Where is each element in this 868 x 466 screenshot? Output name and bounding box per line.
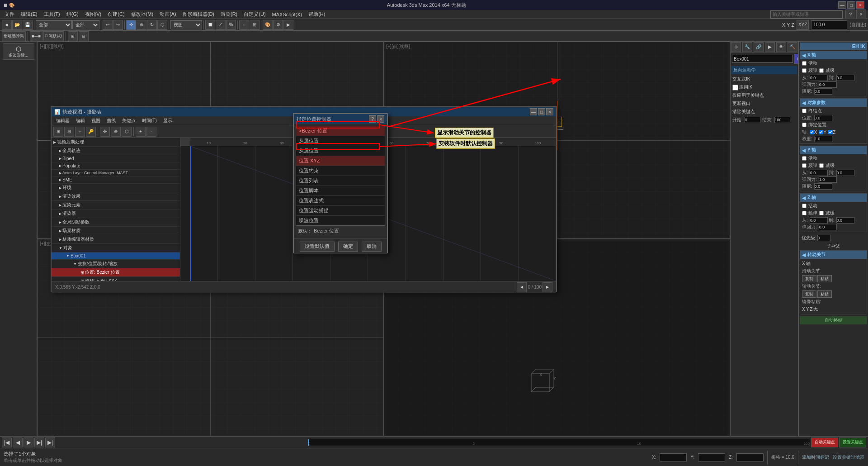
snap-toggle-btn[interactable]: 🔲 — [205, 20, 215, 30]
tree-item-shadow[interactable]: ▶全局阴影参数 — [52, 218, 180, 227]
keyframe2-btn[interactable]: ⊟ — [79, 31, 89, 41]
apply-ik-checkbox[interactable] — [732, 85, 738, 90]
x-active-checkbox[interactable] — [802, 61, 807, 66]
z-to-input[interactable] — [836, 217, 854, 223]
list-item-bezier[interactable]: >Bezier 位置 — [296, 126, 385, 136]
z-spring-input[interactable] — [819, 224, 837, 230]
track-add-key-btn[interactable]: + — [136, 127, 146, 137]
tree-item-biped[interactable]: ▶Biped — [52, 155, 180, 162]
tree-item-position[interactable]: ⊞位置: Bezier 位置 — [52, 268, 180, 277]
move-btn[interactable]: ⊕ — [137, 20, 146, 30]
panel-utility-btn[interactable]: 🔨 — [788, 42, 797, 52]
tree-item-scene-mat[interactable]: ▶场景材质 — [52, 227, 180, 235]
track-edit-menu[interactable]: 编辑 — [73, 117, 88, 124]
track-tb-btn3[interactable]: ↔ — [75, 127, 85, 137]
rotate-copy-btn[interactable]: 复制 — [802, 290, 816, 298]
sliding-paste-btn[interactable]: 粘贴 — [817, 275, 832, 282]
auto-bind-btn[interactable]: 自动终结 — [800, 316, 867, 324]
angle-snap-btn[interactable]: ∠ — [216, 20, 226, 30]
close-app-btn[interactable]: × — [856, 10, 866, 19]
weight-input[interactable] — [814, 136, 832, 142]
axis-x-checkbox[interactable] — [810, 130, 814, 134]
track-view-menu[interactable]: 视图 — [89, 117, 103, 124]
modifier-menu[interactable]: 修改器(M) — [128, 10, 156, 18]
tree-item-post-processing[interactable]: ▶视频后期处理 — [52, 138, 180, 147]
z-damp-checkbox[interactable] — [802, 211, 807, 215]
track-curve-menu[interactable]: 曲线 — [104, 117, 118, 124]
panel-modify-btn[interactable]: 🔧 — [742, 42, 752, 52]
tree-item-transform[interactable]: ▼变换:位置/旋转/缩放 — [52, 260, 180, 268]
track-del-key-btn[interactable]: - — [146, 127, 156, 137]
select-btn[interactable]: ✜ — [126, 20, 136, 30]
priority-input[interactable] — [817, 235, 831, 241]
align-btn[interactable]: ⊞ — [250, 20, 259, 30]
bind-pos-checkbox[interactable] — [802, 123, 807, 127]
coord-x-input[interactable] — [660, 453, 687, 461]
material-editor-btn[interactable]: 🎨 — [263, 20, 273, 30]
y-limit-input[interactable] — [814, 183, 832, 190]
add-time-marker[interactable]: 添加时间标记 — [802, 454, 829, 461]
tree-item-env[interactable]: ▶环境 — [52, 184, 180, 192]
go-end-btn[interactable]: ▶| — [45, 437, 55, 447]
track-tb-btn2[interactable]: ⊟ — [64, 127, 74, 137]
dialog-help-btn[interactable]: ? — [369, 115, 376, 123]
axis-z-checkbox[interactable] — [828, 130, 833, 134]
timeline-slider[interactable]: 0 5 10 100 — [308, 439, 810, 446]
snap-select[interactable]: 视图 — [170, 20, 202, 29]
layer-select[interactable]: 全部 — [36, 20, 72, 29]
track-scale-btn[interactable]: ⬡ — [122, 127, 132, 137]
view-menu[interactable]: 视图(V) — [82, 10, 104, 18]
list-item-pos-constraint[interactable]: 位置约束 — [296, 166, 385, 176]
x-reduce-checkbox[interactable] — [819, 68, 824, 73]
list-item-pos-expr[interactable]: 位置表达式 — [296, 196, 385, 206]
x-from-input[interactable] — [810, 75, 828, 81]
x-to-input[interactable] — [836, 75, 854, 81]
group-menu[interactable]: 组(G) — [64, 10, 81, 18]
y-damp-checkbox[interactable] — [802, 163, 807, 168]
set-key-btn[interactable]: 设置关键点 — [839, 437, 866, 447]
set-key-filter[interactable]: 设置关键过滤器 — [833, 454, 864, 461]
track-view-close[interactable]: × — [546, 108, 553, 115]
tree-item-mat-editor[interactable]: ▶材质编辑器材质 — [52, 235, 180, 244]
polygon-tool[interactable]: ⬡ 多边形建... — [3, 43, 34, 60]
render-menu[interactable]: 渲染(R) — [218, 10, 240, 18]
object-name-input[interactable] — [732, 55, 793, 63]
track-display-menu[interactable]: 显示 — [160, 117, 175, 124]
y-reduce-checkbox[interactable] — [819, 163, 824, 168]
track-editor-menu[interactable]: 编辑器 — [53, 117, 72, 124]
close-btn[interactable]: × — [856, 1, 864, 9]
open-btn[interactable]: 📂 — [12, 20, 22, 30]
rotate-btn[interactable]: ↻ — [147, 20, 157, 30]
next-frame-btn[interactable]: ▶| — [34, 437, 44, 447]
time-range-end-btn[interactable]: ▶ — [542, 282, 552, 292]
x-damp-checkbox[interactable] — [802, 68, 807, 73]
panel-hier-btn[interactable]: 🔗 — [754, 42, 764, 52]
list-item-noise[interactable]: 噪波位置 — [296, 216, 385, 226]
create-sel-btn[interactable]: 创建选择集 — [2, 31, 26, 41]
maximize-btn[interactable]: □ — [847, 1, 855, 9]
time-range-start-btn[interactable]: ◀ — [517, 282, 527, 292]
tree-item-rotation[interactable]: ⊞旋转: Euler XYZ — [52, 277, 180, 281]
customize-menu[interactable]: 自定义(U) — [241, 10, 268, 18]
list-item-pos-script[interactable]: 位置脚本 — [296, 186, 385, 196]
mirror-btn[interactable]: ↔ — [239, 20, 249, 30]
anim-menu[interactable]: 动画(A) — [157, 10, 179, 18]
xyz-btn[interactable]: XYZ — [797, 20, 809, 30]
x-spring-input[interactable] — [819, 81, 837, 88]
tools-menu[interactable]: 工具(T) — [41, 10, 63, 18]
ok-btn[interactable]: 确定 — [338, 242, 358, 252]
list-item-pos-list[interactable]: 位置列表 — [296, 176, 385, 186]
parent-child-label[interactable]: 子->父 — [800, 242, 867, 250]
help-icon-btn[interactable]: ? — [845, 10, 855, 19]
keyframe-btn[interactable]: ⊞ — [68, 31, 78, 41]
panel-display-btn[interactable]: 👁 — [776, 42, 786, 52]
maxscript-menu[interactable]: MAXScript(X) — [269, 11, 305, 18]
track-tb-btn4[interactable]: 🔑 — [86, 127, 96, 137]
tree-item-populate[interactable]: ▶Populate — [52, 162, 180, 170]
render-setup-btn[interactable]: ⚙ — [273, 20, 283, 30]
list-item-pos-xyz[interactable]: 位置 XYZ — [296, 156, 385, 166]
box-btn[interactable]: ■—■ — [30, 31, 42, 41]
track-select-btn[interactable]: ✜ — [100, 127, 110, 137]
pct-snap-btn[interactable]: % — [226, 20, 236, 30]
cancel-btn[interactable]: 取消 — [362, 242, 382, 252]
